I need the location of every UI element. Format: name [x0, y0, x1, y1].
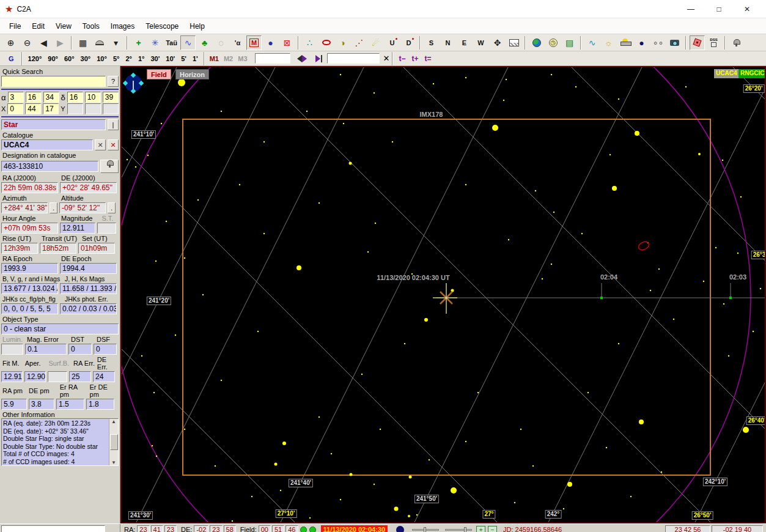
close-button[interactable]: ✕: [733, 1, 761, 18]
alpha-m-input[interactable]: [26, 92, 42, 103]
delta-d-input[interactable]: [67, 92, 83, 103]
reference-frame-icon[interactable]: ⊠: [279, 35, 295, 50]
milky-way-icon[interactable]: ∿: [180, 35, 196, 50]
search-help-button[interactable]: ?: [108, 76, 119, 87]
back-icon[interactable]: ◀: [36, 35, 51, 50]
forward-icon[interactable]: ▶: [53, 35, 68, 50]
deep-sky-outline-icon[interactable]: ◌: [213, 35, 229, 50]
east-icon[interactable]: E: [457, 35, 472, 50]
zoom-out-icon[interactable]: ⊖: [20, 35, 35, 50]
pan-view-icon[interactable]: ✥: [490, 35, 505, 50]
fov-button-30deg[interactable]: 30°: [78, 54, 94, 64]
time-slider[interactable]: [412, 529, 439, 531]
y3-input[interactable]: [103, 103, 119, 114]
earth-location-icon[interactable]: [529, 35, 544, 50]
north-icon[interactable]: N: [440, 35, 455, 50]
messier-icon[interactable]: M: [246, 35, 262, 50]
fov-button-10deg[interactable]: 10°: [94, 54, 110, 64]
rotation-input[interactable]: [327, 53, 380, 64]
delta-m-input[interactable]: [85, 92, 101, 103]
constellation-lines-icon[interactable]: ✳: [147, 35, 163, 50]
printer-icon[interactable]: [100, 160, 119, 173]
dome-dropdown-icon[interactable]: ▾: [108, 35, 123, 50]
west-icon[interactable]: W: [473, 35, 488, 50]
y1-input[interactable]: [67, 103, 83, 114]
fov-button-30min[interactable]: 30': [147, 54, 163, 64]
flip-horizontal-icon[interactable]: [295, 51, 310, 66]
tab-horizon[interactable]: Horizon: [175, 69, 209, 79]
speed-slider[interactable]: [445, 529, 472, 531]
clear-catalogue-icon[interactable]: ✕: [108, 139, 119, 150]
constellation-labels-icon[interactable]: Taü: [164, 35, 179, 50]
planets-icon[interactable]: ●: [263, 35, 278, 50]
x2-input[interactable]: [25, 103, 41, 114]
alpha-h-input[interactable]: [8, 92, 24, 103]
twilight-icon[interactable]: [617, 35, 633, 50]
asteroids-icon[interactable]: ⋰: [352, 35, 367, 50]
time-step-button-set[interactable]: t=: [421, 54, 434, 64]
x3-input[interactable]: [43, 103, 59, 114]
center-object-icon[interactable]: +: [131, 35, 146, 50]
menu-view[interactable]: View: [50, 20, 77, 33]
galaxies-icon[interactable]: [319, 35, 334, 50]
designation-field[interactable]: 463-133810: [1, 161, 98, 172]
sky-chart-canvas[interactable]: [122, 67, 766, 523]
alpha-s-input[interactable]: [43, 92, 59, 103]
x1-input[interactable]: [7, 103, 23, 114]
status-led-1-icon[interactable]: [300, 526, 307, 532]
sun-icon[interactable]: ☼: [601, 35, 616, 50]
catalogue-field[interactable]: UCAC4: [1, 139, 93, 150]
night-vision-icon[interactable]: ●: [634, 35, 649, 50]
moon-icon[interactable]: ◑: [335, 35, 350, 50]
fov-button-90deg[interactable]: 90°: [45, 54, 61, 64]
ephemeris-curve-icon[interactable]: ∿: [584, 35, 600, 50]
fov-button-1deg[interactable]: 1°: [135, 54, 148, 64]
horizon-line-icon[interactable]: [506, 35, 521, 50]
time-plus-button[interactable]: +: [476, 526, 485, 532]
dss-download-icon[interactable]: DSS: [706, 35, 721, 50]
fov-button-60deg[interactable]: 60°: [61, 54, 78, 64]
flip-vertical-icon[interactable]: [311, 51, 326, 66]
memory-button-m1[interactable]: M1: [207, 54, 221, 64]
south-icon[interactable]: S: [424, 35, 439, 50]
tab-field[interactable]: Field: [147, 69, 171, 79]
fov-button-10min[interactable]: 10': [163, 54, 178, 64]
y2-input[interactable]: [85, 103, 101, 114]
clear-selection-icon[interactable]: ✕: [95, 139, 106, 150]
menu-telescope[interactable]: Telescope: [140, 20, 184, 33]
catalog-badge-ucac4[interactable]: UCAC4: [714, 69, 738, 78]
memory-button-m2[interactable]: M2: [221, 54, 235, 64]
zoom-in-icon[interactable]: ⊕: [3, 35, 18, 50]
menu-file[interactable]: File: [4, 20, 26, 33]
maximize-button[interactable]: □: [705, 1, 733, 18]
status-led-2-icon[interactable]: [309, 526, 316, 532]
camera-icon[interactable]: [667, 35, 682, 50]
fov-button-120deg[interactable]: 120°: [25, 54, 45, 64]
display-options-icon[interactable]: ▤: [562, 35, 577, 50]
azimuth-detail-button[interactable]: .: [50, 202, 57, 213]
fov-button-5min[interactable]: 5': [178, 54, 190, 64]
memory-button-m3[interactable]: M3: [235, 54, 249, 64]
delta-s-input[interactable]: [103, 92, 119, 103]
time-step-button-minus[interactable]: t−: [396, 54, 408, 64]
quick-search-input[interactable]: [1, 76, 106, 87]
fov-button-1min[interactable]: 1': [190, 54, 201, 64]
menu-tools[interactable]: Tools: [77, 20, 105, 33]
star-names-icon[interactable]: 'α: [230, 35, 245, 50]
other-info-scrollbar[interactable]: ▲ ▼: [109, 419, 118, 465]
time-clock-icon[interactable]: ◷: [545, 35, 561, 50]
time-minus-button[interactable]: −: [488, 526, 497, 532]
grid-icon[interactable]: ▦: [75, 35, 90, 50]
comets-icon[interactable]: ☄: [368, 35, 383, 50]
minimize-button[interactable]: —: [677, 1, 705, 18]
star-clusters-icon[interactable]: ∴: [302, 35, 317, 50]
menu-edit[interactable]: Edit: [26, 20, 50, 33]
menu-images[interactable]: Images: [105, 20, 140, 33]
fov-button-5deg[interactable]: 5°: [110, 54, 123, 64]
uranus-icon[interactable]: U: [385, 35, 400, 50]
telescope-control-icon[interactable]: [729, 35, 744, 50]
locate-button[interactable]: |: [108, 119, 119, 130]
catalog-badge-rngcic[interactable]: RNGCIC: [738, 69, 766, 78]
scroll-thumb[interactable]: [110, 434, 118, 450]
satellites-icon[interactable]: ∘∘: [650, 35, 666, 50]
